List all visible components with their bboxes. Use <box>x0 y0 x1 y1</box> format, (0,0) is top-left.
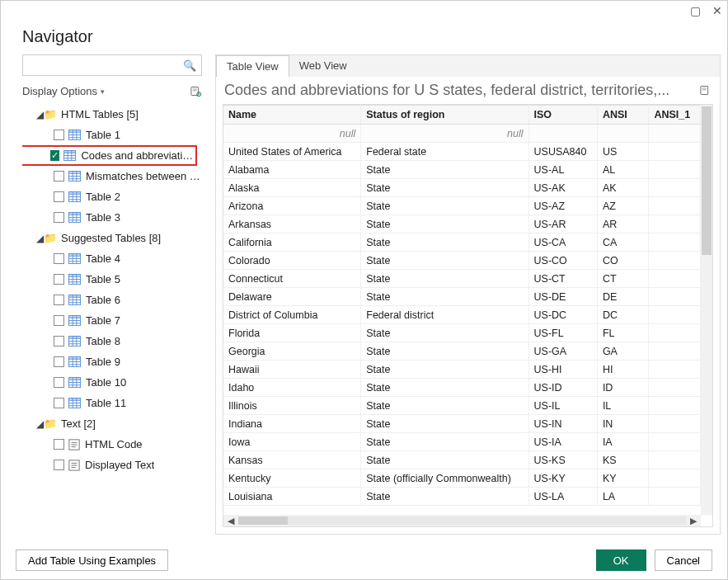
tree-item[interactable]: Table 3 <box>22 207 209 228</box>
checkbox[interactable] <box>54 315 64 326</box>
table-cell <box>649 252 701 270</box>
ok-button[interactable]: OK <box>596 549 646 571</box>
checkbox[interactable] <box>54 439 64 450</box>
table-row[interactable]: HawaiiStateUS-HIHI <box>223 361 701 379</box>
navigator-tree[interactable]: ◢📁HTML Tables [5]Table 1✓Codes and abbre… <box>22 104 209 535</box>
table-cell: State <box>361 488 528 506</box>
table-row[interactable]: LouisianaStateUS-LALA <box>223 488 701 506</box>
table-cell: State <box>361 433 528 451</box>
cancel-button[interactable]: Cancel <box>655 549 712 571</box>
vertical-scrollbar[interactable] <box>701 105 712 515</box>
table-row[interactable]: AlaskaStateUS-AKAK <box>223 179 701 197</box>
table-row[interactable]: CaliforniaStateUS-CACA <box>223 233 701 252</box>
table-row[interactable]: IndianaStateUS-ININ <box>223 415 701 433</box>
collapse-icon[interactable]: ◢ <box>35 109 44 120</box>
table-cell: Iowa <box>223 433 361 451</box>
scroll-left-icon[interactable]: ◀ <box>223 516 238 526</box>
checkbox[interactable] <box>54 130 64 140</box>
column-header[interactable]: ANSI_1 <box>649 106 701 125</box>
table-row[interactable]: AlabamaStateUS-ALAL <box>223 161 701 179</box>
table-row[interactable]: DelawareStateUS-DEDE <box>223 288 701 306</box>
table-row[interactable]: IdahoStateUS-IDID <box>223 379 701 397</box>
tree-item[interactable]: ✓Codes and abbreviations f... <box>22 145 197 166</box>
table-row[interactable]: GeorgiaStateUS-GAGA <box>223 342 701 361</box>
table-row[interactable]: IowaStateUS-IAIA <box>223 433 701 451</box>
checkbox[interactable] <box>54 356 64 367</box>
column-header[interactable]: ANSI <box>597 106 649 125</box>
table-row[interactable]: ArkansasStateUS-ARAR <box>223 215 701 233</box>
svg-rect-47 <box>69 295 81 297</box>
tree-item[interactable]: Table 2 <box>22 186 209 207</box>
table-cell <box>649 197 701 215</box>
tree-item[interactable]: Table 1 <box>22 125 209 145</box>
table-row[interactable]: ArizonaStateUS-AZAZ <box>223 197 701 215</box>
refresh-preview-icon[interactable] <box>699 84 712 97</box>
table-cell: State <box>361 252 528 270</box>
refresh-tree-icon[interactable] <box>190 85 202 97</box>
table-row[interactable]: District of ColumbiaFederal districtUS-D… <box>223 306 701 324</box>
collapse-icon[interactable]: ◢ <box>35 233 44 244</box>
search-input[interactable] <box>23 59 178 72</box>
tab-table-view[interactable]: Table View <box>216 55 289 77</box>
tree-item[interactable]: Table 5 <box>22 269 209 290</box>
tree-item[interactable]: Table 11 <box>22 393 209 413</box>
tree-item[interactable]: Table 4 <box>22 248 209 269</box>
checkbox[interactable] <box>54 191 64 202</box>
tree-folder[interactable]: ◢📁Text [2] <box>22 413 209 434</box>
tree-item[interactable]: Displayed Text <box>22 455 209 475</box>
checkbox[interactable] <box>54 377 64 388</box>
table-cell: Federal state <box>361 143 528 161</box>
checkbox[interactable] <box>54 295 64 305</box>
search-input-wrapper[interactable]: 🔍 <box>22 54 202 76</box>
column-header[interactable]: Name <box>223 106 361 125</box>
checkbox[interactable] <box>54 336 64 347</box>
table-cell <box>649 342 701 361</box>
tab-web-view[interactable]: Web View <box>289 55 357 77</box>
column-header[interactable]: ISO <box>528 106 597 125</box>
maximize-icon[interactable]: ▢ <box>690 4 701 17</box>
tree-folder[interactable]: ◢📁Suggested Tables [8] <box>22 228 209 248</box>
table-row[interactable]: ColoradoStateUS-COCO <box>223 252 701 270</box>
collapse-icon[interactable]: ◢ <box>35 418 44 430</box>
table-cell: State <box>361 233 528 252</box>
tree-item[interactable]: Table 6 <box>22 290 209 310</box>
table-cell <box>649 469 701 488</box>
checkbox[interactable] <box>54 212 64 223</box>
checkbox[interactable] <box>54 398 64 408</box>
horizontal-scrollbar[interactable]: ◀ ▶ <box>223 515 701 526</box>
table-row[interactable]: United States of AmericaFederal stateUSU… <box>223 143 701 161</box>
table-row[interactable]: FloridaStateUS-FLFL <box>223 324 701 342</box>
tree-item[interactable]: Table 10 <box>22 372 209 393</box>
tree-item[interactable]: HTML Code <box>22 434 209 455</box>
checkbox[interactable]: ✓ <box>50 150 59 161</box>
checkbox[interactable] <box>54 171 64 182</box>
checkbox[interactable] <box>54 460 64 470</box>
add-table-using-examples-button[interactable]: Add Table Using Examples <box>16 549 168 571</box>
scroll-right-icon[interactable]: ▶ <box>686 516 701 526</box>
table-cell: US-IA <box>528 433 597 451</box>
table-cell <box>649 433 701 451</box>
tree-item[interactable]: Table 8 <box>22 331 209 351</box>
table-row[interactable]: ConnecticutStateUS-CTCT <box>223 270 701 288</box>
table-cell: US-AR <box>528 215 597 233</box>
table-cell: Delaware <box>223 288 361 306</box>
table-row[interactable]: KansasStateUS-KSKS <box>223 451 701 469</box>
tree-item-label: Table 2 <box>86 191 120 203</box>
tree-folder[interactable]: ◢📁HTML Tables [5] <box>22 104 209 125</box>
checkbox[interactable] <box>54 274 64 285</box>
data-table[interactable]: NameStatus of regionISOANSIANSI_1 nullnu… <box>223 105 701 506</box>
chevron-down-icon[interactable]: ▾ <box>101 87 105 96</box>
table-row[interactable]: KentuckyState (officially Commonwealth)U… <box>223 469 701 488</box>
search-icon[interactable]: 🔍 <box>178 59 201 72</box>
checkbox[interactable] <box>54 253 64 264</box>
tree-item[interactable]: Table 7 <box>22 310 209 331</box>
tree-item[interactable]: Table 9 <box>22 351 209 372</box>
column-header[interactable]: Status of region <box>361 106 528 125</box>
table-cell: United States of America <box>223 143 361 161</box>
close-icon[interactable]: ✕ <box>712 4 722 17</box>
display-options-label[interactable]: Display Options <box>22 85 97 97</box>
svg-rect-65 <box>69 356 81 359</box>
table-row[interactable]: IllinoisStateUS-ILIL <box>223 397 701 415</box>
tree-item[interactable]: Mismatches between USP... <box>22 166 209 186</box>
table-cell <box>649 397 701 415</box>
